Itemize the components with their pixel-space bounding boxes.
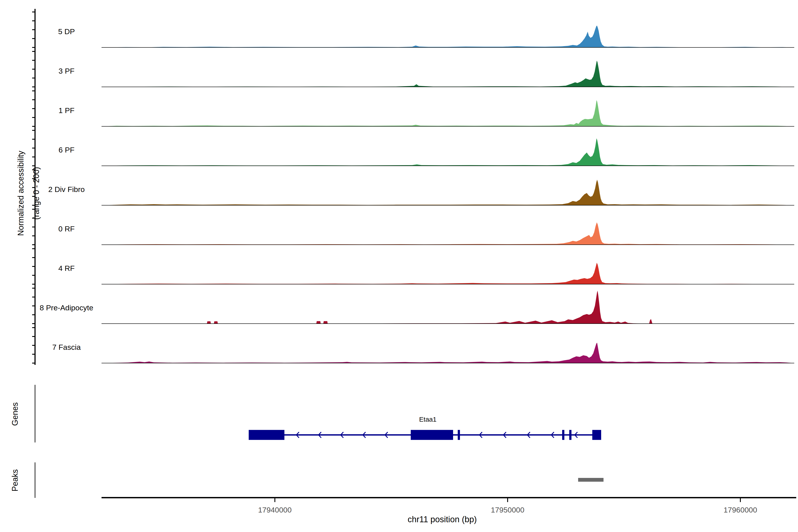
genes-section-label: Genes — [11, 402, 19, 426]
track-label: 6 PF — [58, 146, 75, 154]
track-label: 7 Fascia — [52, 343, 81, 352]
gene-exon-box — [411, 430, 453, 440]
gene-exon-tick — [562, 430, 564, 440]
track-label: 1 PF — [58, 106, 75, 115]
peaks-section-label: Peaks — [11, 469, 19, 491]
x-axis-tick-label: 17950000 — [491, 506, 524, 514]
y-axis-label-line2: (range 0 - 200) — [32, 167, 41, 220]
track-label: 5 DP — [58, 27, 75, 36]
gene-exon-box — [592, 430, 601, 440]
genome-coverage-svg: 5 DP3 PF1 PF6 PF2 Div Fibro0 RF4 RF8 Pre… — [0, 0, 798, 532]
gene-exon-tick — [458, 430, 460, 440]
coverage-plot-figure: 5 DP3 PF1 PF6 PF2 Div Fibro0 RF4 RF8 Pre… — [0, 0, 798, 532]
track-label: 3 PF — [58, 67, 75, 75]
x-axis-title: chr11 position (bp) — [407, 515, 477, 524]
track-label: 8 Pre-Adipocyte — [40, 303, 93, 312]
x-axis-tick-label: 17960000 — [723, 506, 757, 514]
plot-background — [0, 0, 798, 532]
track-label: 2 Div Fibro — [48, 185, 85, 193]
peak-region-bar — [578, 478, 603, 482]
y-axis-label-line1: Normalized accessibility — [16, 151, 25, 236]
track-label: 0 RF — [58, 225, 75, 233]
x-axis-tick-label: 17940000 — [258, 506, 291, 514]
gene-exon-tick — [569, 430, 571, 440]
gene-exon-box — [249, 430, 284, 440]
track-label: 4 RF — [58, 264, 75, 272]
gene-name-label: Etaa1 — [419, 416, 436, 423]
